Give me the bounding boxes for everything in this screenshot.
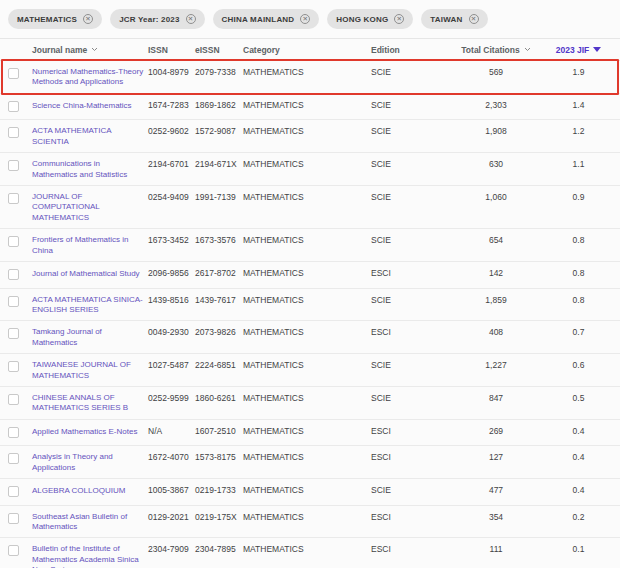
row-checkbox[interactable]: [8, 68, 19, 79]
edition-cell: SCIE: [371, 294, 447, 306]
table-row: Journal of Mathematical Study 2096-9856 …: [0, 262, 620, 289]
remove-filter-icon[interactable]: ✕: [469, 14, 479, 24]
table-row: Numerical Mathematics-Theory Methods and…: [0, 61, 620, 94]
journal-name-link[interactable]: ACTA MATHEMATICA SINICA-ENGLISH SERIES: [32, 295, 148, 316]
filter-chip[interactable]: MATHEMATICS ✕: [8, 9, 102, 29]
row-checkbox[interactable]: [8, 328, 19, 339]
category-cell: MATHEMATICS: [243, 158, 371, 170]
journal-name-link[interactable]: ACTA MATHEMATICA SCIENTIA: [32, 126, 148, 147]
journal-name-link[interactable]: Applied Mathematics E-Notes: [32, 427, 141, 437]
row-checkbox[interactable]: [8, 361, 19, 372]
journal-name-link[interactable]: ALGEBRA COLLOQUIUM: [32, 486, 129, 496]
issn-cell: 1027-5487: [148, 359, 195, 371]
header-2023-jif-label: 2023 JIF: [556, 45, 590, 55]
row-checkbox[interactable]: [8, 545, 19, 556]
header-journal-name[interactable]: Journal name: [32, 45, 148, 55]
eissn-cell: 2073-9826: [195, 326, 243, 338]
row-checkbox[interactable]: [8, 193, 19, 204]
issn-cell: 0252-9602: [148, 125, 195, 137]
jif-cell: 0.5: [545, 392, 612, 404]
filter-chip[interactable]: HONG KONG ✕: [327, 9, 413, 29]
eissn-cell: 2224-6851: [195, 359, 243, 371]
table-row: Science China-Mathematics 1674-7283 1869…: [0, 94, 620, 121]
remove-filter-icon[interactable]: ✕: [83, 14, 93, 24]
remove-filter-icon[interactable]: ✕: [186, 14, 196, 24]
eissn-cell: 1860-6261: [195, 392, 243, 404]
row-checkbox[interactable]: [8, 296, 19, 307]
row-checkbox[interactable]: [8, 453, 19, 464]
journal-name-link[interactable]: JOURNAL OF COMPUTATIONAL MATHEMATICS: [32, 192, 148, 223]
table-row: Bulletin of the Institute of Mathematics…: [0, 538, 620, 568]
header-category: Category: [243, 45, 371, 55]
total-citations-cell: 354: [447, 511, 545, 523]
category-cell: MATHEMATICS: [243, 359, 371, 371]
eissn-cell: 1991-7139: [195, 191, 243, 203]
edition-cell: ESCI: [371, 326, 447, 338]
remove-filter-icon[interactable]: ✕: [300, 14, 310, 24]
edition-cell: SCIE: [371, 484, 447, 496]
journal-name-link[interactable]: Journal of Mathematical Study: [32, 269, 144, 279]
eissn-cell: 1572-9087: [195, 125, 243, 137]
issn-cell: 2096-9856: [148, 267, 195, 279]
header-total-citations[interactable]: Total Citations: [447, 45, 545, 55]
row-checkbox[interactable]: [8, 486, 19, 497]
total-citations-cell: 630: [447, 158, 545, 170]
total-citations-cell: 477: [447, 484, 545, 496]
total-citations-cell: 2,303: [447, 99, 545, 111]
journal-name-link[interactable]: Southeast Asian Bulletin of Mathematics: [32, 512, 148, 533]
category-cell: MATHEMATICS: [243, 451, 371, 463]
eissn-cell: 2617-8702: [195, 267, 243, 279]
issn-cell: 1439-8516: [148, 294, 195, 306]
edition-cell: SCIE: [371, 359, 447, 371]
journal-name-link[interactable]: Bulletin of the Institute of Mathematics…: [32, 544, 148, 568]
row-checkbox[interactable]: [8, 101, 19, 112]
row-checkbox[interactable]: [8, 269, 19, 280]
header-edition-label: Edition: [371, 45, 400, 55]
journal-name-link[interactable]: TAIWANESE JOURNAL OF MATHEMATICS: [32, 360, 148, 381]
total-citations-cell: 111: [447, 543, 545, 555]
journal-name-link[interactable]: Science China-Mathematics: [32, 101, 136, 111]
eissn-cell: 1439-7617: [195, 294, 243, 306]
chevron-down-icon: [524, 47, 531, 52]
row-checkbox[interactable]: [8, 236, 19, 247]
eissn-cell: 1869-1862: [195, 99, 243, 111]
journal-name-link[interactable]: Communications in Mathematics and Statis…: [32, 159, 148, 180]
filter-chip[interactable]: TAIWAN ✕: [421, 9, 487, 29]
edition-cell: ESCI: [371, 425, 447, 437]
table-row: Analysis in Theory and Applications 1672…: [0, 446, 620, 479]
row-checkbox[interactable]: [8, 127, 19, 138]
journal-name-link[interactable]: Tamkang Journal of Mathematics: [32, 327, 148, 348]
edition-cell: SCIE: [371, 125, 447, 137]
remove-filter-icon[interactable]: ✕: [394, 14, 404, 24]
journal-name-link[interactable]: CHINESE ANNALS OF MATHEMATICS SERIES B: [32, 393, 148, 414]
journal-name-link[interactable]: Analysis in Theory and Applications: [32, 452, 148, 473]
sort-descending-icon: [593, 47, 601, 52]
issn-cell: 0049-2930: [148, 326, 195, 338]
total-citations-cell: 1,908: [447, 125, 545, 137]
edition-cell: SCIE: [371, 191, 447, 203]
eissn-cell: 1673-3576: [195, 234, 243, 246]
jif-cell: 1.4: [545, 99, 612, 111]
edition-cell: SCIE: [371, 99, 447, 111]
category-cell: MATHEMATICS: [243, 484, 371, 496]
journal-name-link[interactable]: Frontiers of Mathematics in China: [32, 235, 148, 256]
filter-chip[interactable]: CHINA MAINLAND ✕: [213, 9, 320, 29]
edition-cell: ESCI: [371, 511, 447, 523]
category-cell: MATHEMATICS: [243, 294, 371, 306]
table-row: Communications in Mathematics and Statis…: [0, 153, 620, 186]
journal-name-link[interactable]: Numerical Mathematics-Theory Methods and…: [32, 67, 148, 88]
row-checkbox[interactable]: [8, 394, 19, 405]
filter-chip[interactable]: JCR Year: 2023 ✕: [110, 9, 204, 29]
category-cell: MATHEMATICS: [243, 543, 371, 555]
eissn-cell: 2304-7895: [195, 543, 243, 555]
row-checkbox[interactable]: [8, 513, 19, 524]
row-checkbox[interactable]: [8, 160, 19, 171]
jif-cell: 0.8: [545, 234, 612, 246]
eissn-cell: 2194-671X: [195, 158, 243, 170]
row-checkbox[interactable]: [8, 427, 19, 438]
header-2023-jif[interactable]: 2023 JIF: [545, 45, 612, 55]
issn-cell: 1674-7283: [148, 99, 195, 111]
header-eissn-label: eISSN: [195, 45, 220, 55]
category-cell: MATHEMATICS: [243, 125, 371, 137]
category-cell: MATHEMATICS: [243, 511, 371, 523]
